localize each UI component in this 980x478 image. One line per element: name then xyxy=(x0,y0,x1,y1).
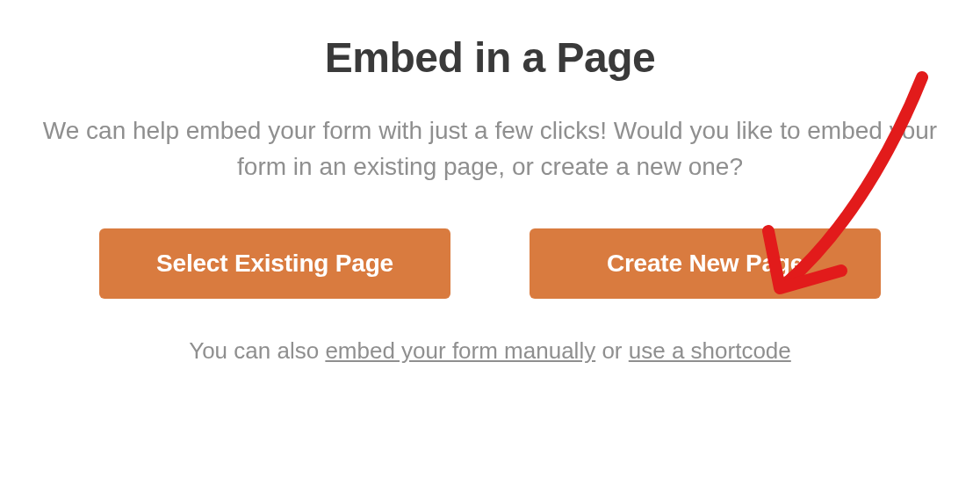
footer-mid: or xyxy=(595,337,629,364)
dialog-title: Embed in a Page xyxy=(325,33,656,82)
use-shortcode-link[interactable]: use a shortcode xyxy=(629,337,791,364)
embed-manually-link[interactable]: embed your form manually xyxy=(325,337,595,364)
footer-prefix: You can also xyxy=(189,337,325,364)
footer-text: You can also embed your form manually or… xyxy=(189,337,791,365)
select-existing-page-button[interactable]: Select Existing Page xyxy=(99,228,450,299)
create-new-page-button[interactable]: Create New Page xyxy=(530,228,881,299)
dialog-description: We can help embed your form with just a … xyxy=(25,113,955,185)
button-row: Select Existing Page Create New Page xyxy=(99,228,881,299)
